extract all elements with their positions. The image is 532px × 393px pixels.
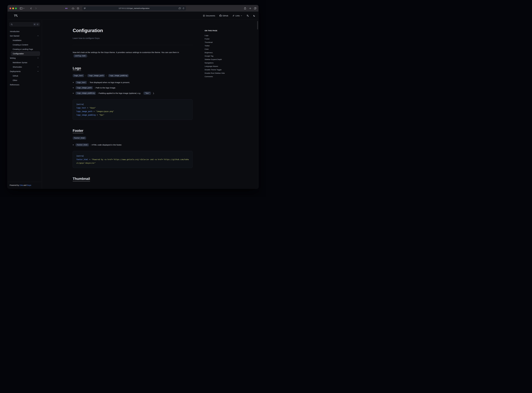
sidebar-toggle-button[interactable]: [20, 7, 24, 9]
nav-documents-link[interactable]: Documents: [203, 15, 215, 17]
nav-links-dropdown[interactable]: Links: [233, 15, 242, 17]
site-nav: Documents GitHub Links: [203, 15, 255, 17]
translate-button[interactable]: [246, 15, 249, 17]
intro-text: Now let's look at the settings for the G…: [73, 51, 179, 53]
list-item[interactable]: logo_text : Text displayed when no logo …: [73, 81, 193, 84]
info-circle-icon: [77, 7, 79, 10]
sidebar-item-label: Get Started: [10, 35, 19, 37]
chevron-up-icon: [37, 71, 39, 72]
toc-item-brightness[interactable]: Brightness: [205, 52, 255, 54]
page-content: Documents GitHub Links: [8, 12, 258, 188]
zola-link[interactable]: Zola: [20, 184, 23, 186]
sidebar-item-introduction[interactable]: Introduction: [9, 29, 40, 34]
reader-icon[interactable]: [84, 7, 86, 9]
site-header: Documents GitHub Links: [8, 12, 258, 20]
goyo-logo[interactable]: [14, 14, 18, 18]
toc-list: Logo Footer Thumbnail Twitter Color Brig…: [205, 34, 255, 78]
new-tab-button[interactable]: [249, 7, 251, 9]
sidebar-section-deployments[interactable]: Deployments: [9, 69, 40, 74]
back-icon: [30, 7, 32, 10]
toc-item-comments[interactable]: Comments: [205, 76, 255, 78]
list-item[interactable]: footer_html : HTML code displayed in the…: [73, 143, 193, 146]
page-subtitle: Learn how to configure Goyo.: [73, 37, 193, 39]
toc-item-color[interactable]: Color: [205, 48, 255, 50]
sidebar-item-github[interactable]: Github: [11, 74, 40, 78]
github-icon: [220, 15, 221, 17]
search-input[interactable]: ⌘ K: [9, 22, 40, 26]
back-button[interactable]: [30, 7, 32, 10]
triangle-marker-icon: [73, 144, 74, 145]
sidebar-item-label: Installation: [13, 39, 21, 41]
triangle-marker-icon: [73, 82, 74, 83]
list-item[interactable]: logo_image_path : Path to the logo image…: [73, 86, 193, 89]
section-heading-footer: Footer: [73, 129, 193, 133]
toc-item-twitter[interactable]: Twitter: [205, 45, 255, 47]
sidebar-item-markdown-syntax[interactable]: Markdown Syntax: [11, 60, 40, 65]
share-button[interactable]: [244, 7, 246, 10]
zoom-window-button[interactable]: [15, 7, 17, 9]
sidebar-item-label: Introduction: [10, 30, 20, 33]
toc-item-disable-root-sidebar-hide[interactable]: Disable Root Sidebar Hide: [205, 72, 255, 74]
cmd-keycap: ⌘: [33, 23, 36, 25]
address-bar[interactable]: 127.0.0.1:1111/get_started/configuration: [82, 6, 186, 10]
sidebar-item-label: Other: [13, 79, 17, 81]
sidebar-item-creating-a-content[interactable]: Creating a Content: [11, 43, 40, 47]
bullet-text: : HTML code displayed in the footer.: [91, 144, 122, 146]
goyo-link[interactable]: Goyo: [27, 184, 31, 186]
and-text: and: [24, 184, 26, 186]
tab-overview-button[interactable]: [254, 7, 256, 10]
toc-item-footer[interactable]: Footer: [205, 38, 255, 40]
sidebar-item-label: Creating a Landing Page: [13, 48, 33, 50]
sidebar-item-label: Github: [13, 75, 18, 77]
sidebar-section-shortcodes[interactable]: Shortcodes: [11, 65, 40, 69]
sidebar-item-label: Writing: [10, 57, 16, 59]
sidebar-icon: [20, 7, 22, 9]
toc-item-logo[interactable]: Logo: [205, 34, 255, 36]
reload-button[interactable]: [183, 7, 185, 9]
toc-item-sidebar-expand-depth[interactable]: Sidebar Expand Depth: [205, 59, 255, 60]
sidebar-section-writing[interactable]: Writing: [9, 56, 40, 60]
inline-code-config-toml: config.toml: [73, 54, 87, 57]
list-item[interactable]: logo_image_padding : Padding applied to …: [73, 92, 193, 95]
theme-toggle-button[interactable]: [253, 15, 255, 17]
toc-item-disable-theme-toggle[interactable]: Disable Theme Toggle: [205, 69, 255, 71]
extension-info-button[interactable]: [77, 7, 79, 10]
forward-button[interactable]: [35, 7, 37, 10]
sidebar-item-label: Creating a Content: [13, 44, 28, 46]
footer-badges: footer_html: [73, 137, 193, 140]
sidebar-item-other[interactable]: Other: [11, 78, 40, 83]
sidebar-item-label: Configuration: [13, 53, 24, 55]
sidebar-item-references[interactable]: References: [9, 83, 40, 87]
bullet-code: footer_html: [75, 143, 89, 146]
on-this-page: ON THIS PAGE Logo Footer Thumbnail Twitt…: [199, 20, 258, 188]
chevron-up-icon: [37, 57, 39, 59]
toc-title: ON THIS PAGE: [205, 30, 255, 32]
toc-item-google-tag[interactable]: Google Tag: [205, 55, 255, 57]
url-text: 127.0.0.1:1111/get_started/configuration: [119, 7, 149, 9]
minimize-window-button[interactable]: [12, 7, 14, 9]
sidebar-footer: Powered by Zola and Goyo: [8, 182, 42, 188]
code-line: [extra]: [76, 154, 189, 158]
bullet-code: logo_image_path: [75, 86, 93, 89]
sidebar-item-installation[interactable]: Installation: [11, 38, 40, 43]
sidebar-section-get-started[interactable]: Get Started: [9, 34, 40, 38]
moon-icon: [253, 15, 255, 17]
extension-mask-button[interactable]: [65, 7, 68, 9]
main-area: Configuration Learn how to configure Goy…: [42, 20, 258, 188]
sidebar-item-configuration[interactable]: Configuration: [11, 51, 40, 56]
extension-cloud-button[interactable]: [72, 7, 74, 9]
toc-item-thumbnail[interactable]: Thumbnail: [205, 41, 255, 43]
article: Configuration Learn how to configure Goy…: [73, 20, 193, 188]
footer-bullet-list: footer_html : HTML code displayed in the…: [73, 143, 193, 146]
close-window-button[interactable]: [10, 7, 11, 9]
nav-links-label: Links: [235, 15, 240, 17]
triangle-marker-icon: [73, 87, 74, 88]
extensions-access-icon[interactable]: [179, 7, 181, 9]
toc-item-navigations[interactable]: Navigations: [205, 62, 255, 64]
toc-item-language-aliases[interactable]: Language Aliases: [205, 65, 255, 67]
divider: [73, 45, 193, 45]
sidebar-item-creating-a-landing-page[interactable]: Creating a Landing Page: [11, 47, 40, 51]
site-body: ⌘ K Introduction Get Started Installatio…: [8, 20, 258, 188]
nav-github-link[interactable]: GitHub: [220, 15, 228, 17]
scrollbar[interactable]: [257, 21, 258, 29]
